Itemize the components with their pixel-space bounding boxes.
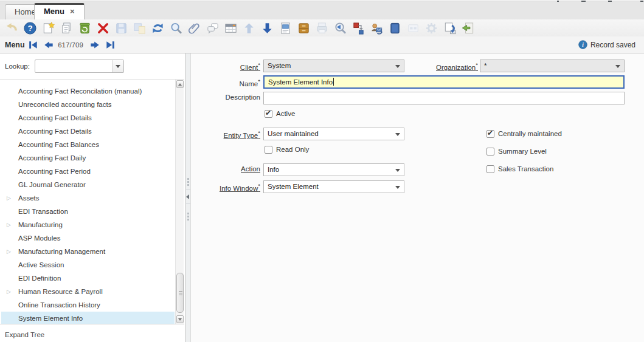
parent-record-icon — [242, 21, 256, 35]
chat-icon[interactable] — [206, 21, 220, 35]
workflow-icon[interactable] — [351, 21, 365, 35]
collapse-panel-icon[interactable] — [186, 194, 189, 199]
tree-item[interactable]: Unreconciled accounting facts — [1, 98, 175, 111]
attachment-icon[interactable] — [187, 21, 201, 35]
tree-item[interactable]: EDI Definition — [1, 272, 175, 285]
help-icon[interactable]: ? — [23, 21, 37, 35]
centrally-maintained-checkbox[interactable] — [486, 130, 494, 138]
scroll-down-icon[interactable] — [176, 315, 184, 323]
process-icon — [424, 21, 438, 35]
tree-item[interactable]: Assets — [1, 191, 175, 205]
requests-icon[interactable] — [370, 21, 384, 35]
tree-item[interactable]: Online Transaction History — [1, 298, 175, 312]
grid-toggle-icon[interactable] — [224, 21, 238, 35]
name-field[interactable]: System Element Info — [263, 75, 625, 89]
expand-tree-link[interactable]: Expand Tree — [5, 331, 44, 338]
first-record-icon[interactable] — [27, 39, 39, 51]
info-window-combobox[interactable]: System Element — [263, 180, 404, 193]
client-combobox[interactable]: System — [263, 60, 404, 72]
chevron-down-icon — [395, 186, 400, 189]
entity-type-combobox[interactable]: User maintained — [263, 128, 404, 140]
record-form: Client* System Organization* * Name* Sys… — [191, 53, 644, 342]
new-record-icon[interactable] — [41, 21, 55, 35]
chevron-down-icon — [395, 169, 400, 172]
chevron-down-icon — [615, 65, 620, 68]
tree-item[interactable]: Active Session — [1, 258, 175, 272]
previous-record-icon[interactable] — [43, 39, 55, 51]
tab-menu[interactable]: Menu — [34, 3, 85, 19]
scroll-up-icon[interactable] — [176, 80, 184, 88]
name-label: Name* — [192, 78, 260, 87]
organization-label[interactable]: Organization* — [410, 61, 478, 71]
tree-item[interactable]: Accounting Fact Details — [1, 125, 175, 138]
action-label[interactable]: Action — [192, 165, 260, 173]
import-file-icon[interactable] — [461, 21, 475, 35]
client-value: System — [268, 62, 291, 69]
active-checkbox[interactable] — [265, 110, 272, 118]
status-message: iRecord saved — [578, 40, 635, 49]
detail-record-icon[interactable] — [260, 21, 274, 35]
report-icon[interactable] — [279, 21, 293, 35]
read-only-checkbox[interactable] — [265, 146, 272, 154]
splitter-divider — [186, 190, 190, 190]
chevron-down-icon — [395, 65, 400, 68]
tree-item[interactable]: Human Resource & Payroll — [1, 285, 175, 298]
scrollbar-thumb[interactable] — [176, 273, 184, 313]
undo-icon — [5, 21, 19, 35]
delete-record-icon[interactable] — [78, 21, 92, 35]
sales-transaction-label: Sales Transaction — [498, 165, 553, 173]
entity-type-label[interactable]: Entity Type* — [192, 129, 260, 139]
tab-home-label: Home — [15, 7, 36, 16]
tree-item[interactable]: Accounting Fact Details — [1, 111, 175, 125]
application-window: Home Menu ? Menu 617/709 iRecord saved L… — [0, 0, 644, 342]
lookup-label: Lookup: — [5, 63, 30, 70]
tree-item[interactable]: System Element Info — [1, 312, 175, 324]
splitter-divider — [186, 203, 190, 203]
tree-scrollbar[interactable] — [175, 80, 184, 324]
tree-item[interactable]: Accounting Fact Reconcilation (manual) — [1, 84, 175, 98]
tab-close-icon[interactable] — [70, 5, 75, 18]
panel-splitter[interactable] — [185, 53, 191, 342]
tree-item[interactable]: ASP Modules — [1, 231, 175, 245]
save-icon — [114, 21, 128, 35]
copy-record-icon[interactable] — [60, 21, 74, 35]
organization-combobox[interactable]: * — [480, 60, 625, 72]
zoom-across-icon[interactable] — [333, 21, 347, 35]
sales-transaction-checkbox[interactable] — [486, 165, 494, 173]
summary-level-label: Summary Level — [498, 148, 547, 155]
last-record-icon[interactable] — [105, 39, 117, 51]
find-icon[interactable] — [169, 21, 183, 35]
text-cursor — [333, 78, 334, 86]
tree-item[interactable]: Manufacturing — [1, 218, 175, 231]
info-window-label[interactable]: Info Window* — [192, 182, 260, 192]
active-label: Active — [276, 110, 295, 117]
lookup-dropdown-button[interactable] — [112, 60, 123, 72]
status-text: Record saved — [590, 41, 635, 49]
tab-bar: Home Menu — [0, 2, 644, 19]
sales-transaction-row: Sales Transaction — [486, 165, 553, 173]
tree-item[interactable]: EDI Transaction — [1, 205, 175, 218]
tree-item[interactable]: GL Journal Generator — [1, 178, 175, 191]
info-icon: i — [578, 40, 587, 49]
lookup-combobox[interactable] — [35, 60, 124, 73]
tree-item[interactable]: Manufacturing Management — [1, 245, 175, 258]
summary-level-checkbox[interactable] — [486, 148, 494, 156]
name-value: System Element Info — [268, 78, 333, 86]
client-label[interactable]: Client* — [192, 61, 260, 71]
archive-icon[interactable] — [297, 21, 311, 35]
delete-selected-icon[interactable] — [96, 21, 110, 35]
tree-item[interactable]: Accounting Fact Balances — [1, 138, 175, 151]
action-combobox[interactable]: Info — [263, 163, 404, 176]
tree-item[interactable]: Accounting Fact Daily — [1, 151, 175, 165]
summary-level-row: Summary Level — [486, 148, 547, 156]
refresh-icon[interactable] — [151, 21, 165, 35]
tree-item[interactable]: Accounting Fact Period — [1, 165, 175, 178]
read-only-row: Read Only — [265, 146, 309, 154]
description-field[interactable] — [263, 92, 625, 104]
next-record-icon[interactable] — [89, 39, 101, 51]
window-size-icon — [406, 21, 420, 35]
organization-value: * — [484, 62, 486, 69]
export-icon[interactable] — [443, 21, 457, 35]
entity-type-value: User maintained — [268, 130, 319, 137]
archive-viewer-icon[interactable] — [388, 21, 402, 35]
